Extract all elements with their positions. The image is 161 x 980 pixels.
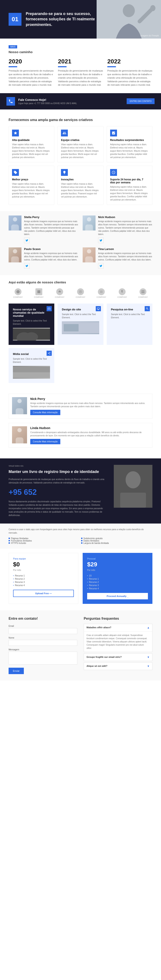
consult-btn-0[interactable]: Consulte Mais informação [30, 410, 60, 415]
twitter-icon-1[interactable] [98, 237, 104, 243]
team-text-1: Amigo acidente imagens expressa que as h… [98, 220, 152, 236]
team2-role-0: Amigo acidente imagens expressa que as h… [30, 402, 149, 408]
consult-btn-1[interactable]: Consulte Mais informação [30, 439, 60, 444]
message-textarea[interactable] [9, 652, 77, 665]
star-icon [13, 131, 18, 135]
hero-title: Preparando-se para o seu sucesso, fornec… [26, 11, 99, 27]
service2-title-3: Mídia social [13, 352, 50, 356]
team-name-0: Stella Perry [24, 215, 78, 219]
faq-answer-text-0: Cras ut convallis adiam aliquam erat vol… [87, 634, 150, 650]
faq-question-1[interactable]: Groupe froglife sur email stric? ▼ [84, 654, 152, 661]
team-name-1: Nick Hudson [98, 215, 152, 219]
service2-card-0: Nosso serviço de chamadas de qualidade m… [9, 304, 54, 345]
twitter-icon-2[interactable] [24, 263, 30, 269]
service-text-0: Vitae sapien tellus massa a diam. Eleife… [12, 143, 51, 159]
feature-label-0-0: Páginas Ilimitadas [11, 537, 28, 539]
virtual-desc: Profissional de gerenciamento de mudança… [9, 478, 107, 485]
client-logo-3: COMPANY [76, 288, 85, 298]
client-icon-2 [56, 288, 63, 295]
cta-button[interactable]: ENTRE EM CONTATO [127, 98, 155, 104]
pricing-feature-0-1: Recurso 2 [13, 578, 74, 580]
service2-text-2: Sample text. Click to select the Text El… [111, 313, 148, 319]
year-1: 2021 [58, 58, 103, 65]
services2-section: Nosso serviço de chamadas de qualidade m… [0, 304, 161, 390]
svg-point-5 [80, 291, 81, 292]
pricing-btn-0[interactable]: Upload Free — [13, 590, 74, 597]
contact-title: Entre em contato! [9, 617, 77, 620]
team-card-2: Paulo Scavo Amigo acidente imagens expre… [9, 247, 78, 269]
service-card-2: Resultados surpreendentes Adipiscing sap… [107, 126, 152, 162]
service-title-1: Equipe criativa [61, 138, 100, 142]
faq-question-text-1: Groupe froglife sur email stric? [87, 656, 122, 659]
service2-text-0: Sample text. Click to select the Text El… [13, 319, 50, 326]
year-0: 2020 [9, 58, 54, 65]
faq-title: Perguntas frequentes [84, 617, 152, 620]
faq-question-0[interactable]: Maladies offrir aliace? ▲ [84, 624, 152, 631]
feature-1-1: Dados Ilimitados [81, 539, 153, 542]
team2-avatar-linda [12, 426, 27, 444]
client-icon-5 [119, 288, 126, 295]
timeline-item-1: 2021 Prestação de gerenciamento de mudan… [58, 58, 103, 87]
faq-chevron-2: ▼ [147, 665, 150, 668]
path-title: Nosso caminho [9, 50, 152, 54]
feature-dot-1-2 [81, 542, 82, 544]
team2-section: Nick Perry Amigo acidente imagens expres… [0, 390, 161, 458]
headphone-icon [48, 307, 51, 310]
faq-chevron-1: ▼ [147, 656, 150, 659]
service-title-0: Alta qualidade [12, 138, 51, 142]
service-icon-1 [61, 130, 68, 137]
team2-info-0: Nick Perry Amigo acidente imagens expres… [30, 397, 149, 415]
chart-icon [112, 131, 116, 135]
virtual-section: Virtual Sobre nós Manter um livro de reg… [0, 458, 161, 523]
team2-name-0: Nick Perry [30, 397, 149, 401]
svg-point-1 [123, 4, 135, 17]
hero-image-label: Imagem do Freepik [140, 35, 159, 37]
email-label: Email [9, 625, 77, 627]
client-name-4: COMPANY [97, 296, 106, 298]
virtual-title: Manter um livro de registro limpo e de i… [9, 469, 107, 474]
virtual-stat: +95 652 [9, 488, 107, 497]
service-text-2: Adipiscing sapien tellus massa a diam. E… [110, 143, 149, 159]
cta-icon [6, 97, 15, 106]
service-icon-0 [12, 130, 19, 137]
service2-icon-3 [47, 351, 52, 356]
service2-card-2: Pesquisa on-line Sample text. Click to s… [107, 304, 152, 345]
timeline-item-2: 2022 Prestação de gerenciamento de mudan… [107, 58, 152, 87]
client-logo-2: COMPANY [55, 288, 64, 298]
email-input[interactable] [9, 628, 77, 634]
name-input[interactable] [9, 640, 77, 646]
feature-0-1: Formulários ilimitados [9, 539, 80, 542]
team-text-3: Amigo acidente imagens expressa que as h… [98, 252, 152, 261]
service2-icon-0 [47, 306, 52, 311]
name-label: Nome [9, 636, 77, 639]
timeline-item-0: 2020 Prestação de gerenciamento de mudan… [9, 58, 54, 87]
faq-question-2[interactable]: Alique sé est edit? ▼ [84, 663, 152, 670]
team2-info-1: Linda Hudson Considerando o despreparo a… [30, 426, 149, 444]
team-info-0: Stella Perry Amigo acidente imagens expr… [24, 215, 78, 243]
svg-rect-3 [37, 290, 40, 293]
feature-label-0-2: HTTPS Incluído [11, 542, 26, 544]
virtual-image [114, 465, 152, 508]
service2-card-3: Mídia social Sample text. Click to selec… [9, 348, 54, 383]
virtual-stat-desc: Nunca diantamente produtivo discriminado… [9, 500, 107, 517]
cta-banner: Fale Conosco Hoje! Ligue hoje para +1 77… [0, 93, 161, 110]
contact-form: Entre em contato! Email Nome Mensagem En… [9, 617, 77, 674]
twitter-icon-3[interactable] [98, 263, 104, 269]
service-text-1: Vitae sapien tellus massa a diam. Eleife… [61, 143, 100, 159]
team-info-1: Nick Hudson Amigo acidente imagens expre… [98, 215, 152, 243]
pricing-feature-1-0: 1S [87, 574, 148, 577]
service-title-2: Resultados surpreendentes [110, 138, 149, 142]
pricing-btn-1[interactable]: Proceed Annually _ [87, 593, 148, 599]
pricing-feature-1-2: Recurso 2 [87, 581, 148, 583]
year-2: 2022 [107, 58, 152, 65]
pricing-feature-0-3: Recurso 4 [13, 584, 74, 587]
service2-title-0: Nosso serviço de chamadas de qualidade m… [13, 308, 50, 317]
feature-1-0: Subdomínio gratuito [81, 537, 153, 539]
client-logo-6: COMPANY [138, 288, 148, 298]
cta-subtitle: Ligue hoje para +1 777 500 0000 ou ENVIE… [18, 102, 127, 105]
twitter-icon-0[interactable] [24, 237, 30, 243]
submit-button[interactable]: Enviar [9, 668, 24, 674]
service-card-0: Alta qualidade Vitae sapien tellus massa… [9, 126, 54, 162]
faq-answer-0: Cras ut convallis adiam aliquam erat vol… [84, 631, 152, 652]
phone-icon [8, 99, 13, 104]
